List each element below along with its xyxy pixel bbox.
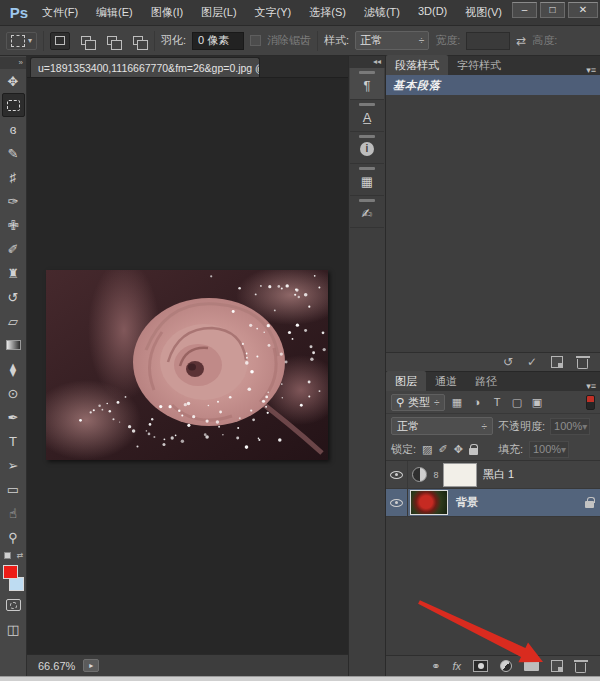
histogram-panel-button[interactable]: ▦ xyxy=(350,164,384,196)
close-button[interactable]: ✕ xyxy=(568,2,598,18)
background-lock-icon[interactable] xyxy=(585,501,594,508)
foreground-color-swatch[interactable] xyxy=(3,565,18,579)
menu-filter[interactable]: 滤镜(T) xyxy=(356,2,408,23)
menu-edit[interactable]: 编辑(E) xyxy=(88,2,141,23)
dodge-tool[interactable]: ⊙ xyxy=(2,381,25,405)
feather-input[interactable] xyxy=(192,32,244,50)
apply-style-icon[interactable]: ✓ xyxy=(527,355,537,369)
menu-file[interactable]: 文件(F) xyxy=(34,2,86,23)
quick-mask-button[interactable] xyxy=(2,593,25,617)
filter-smart-objects-icon[interactable]: ▣ xyxy=(530,396,545,409)
layer-thumbnail[interactable] xyxy=(410,490,448,515)
tab-paths[interactable]: 路径 xyxy=(466,371,506,391)
brush-tool[interactable]: ✐ xyxy=(2,237,25,261)
delete-layer-button[interactable] xyxy=(575,663,586,673)
tab-channels[interactable]: 通道 xyxy=(426,371,466,391)
toolbar-collapse-button[interactable]: » xyxy=(0,57,26,69)
filter-type-dropdown[interactable]: ⚲ 类型 ÷ xyxy=(391,394,445,411)
layer-row-background[interactable]: 背景 xyxy=(386,489,600,517)
new-layer-button[interactable] xyxy=(551,660,563,672)
tab-paragraph-styles[interactable]: 段落样式 xyxy=(386,55,448,75)
fill-value[interactable]: 100% ▾ xyxy=(529,441,569,458)
eraser-tool[interactable]: ▱ xyxy=(2,309,25,333)
selection-mode-subtract-button[interactable] xyxy=(102,32,122,50)
maximize-button[interactable]: □ xyxy=(540,2,565,18)
panel-menu-icon[interactable]: ▾≡ xyxy=(586,65,596,75)
notes-panel-button[interactable]: ✍ xyxy=(350,196,384,228)
lock-paint-icon[interactable]: ✐ xyxy=(438,443,447,456)
layers-list-empty-area[interactable] xyxy=(386,517,600,655)
shape-tool[interactable]: ▭ xyxy=(2,477,25,501)
gradient-tool[interactable] xyxy=(2,333,25,357)
lock-transparency-icon[interactable]: ▨ xyxy=(422,443,432,456)
style-dropdown[interactable]: 正常 ÷ xyxy=(355,31,429,50)
clone-stamp-tool[interactable]: ♜ xyxy=(2,261,25,285)
swap-colors-icon[interactable]: ⇄ xyxy=(17,551,24,560)
hand-tool[interactable]: ☝ xyxy=(2,501,25,525)
antialias-checkbox[interactable] xyxy=(250,35,261,46)
canvas[interactable] xyxy=(27,78,348,654)
default-colors-control[interactable]: ⇄ xyxy=(2,551,25,563)
filter-shape-layers-icon[interactable]: ▢ xyxy=(510,396,525,409)
blur-tool[interactable]: ⧫ xyxy=(2,357,25,381)
lasso-tool[interactable]: ɞ xyxy=(2,117,25,141)
spot-healing-brush-tool[interactable]: ✙ xyxy=(2,213,25,237)
selection-mode-add-button[interactable] xyxy=(76,32,96,50)
selection-mode-new-button[interactable] xyxy=(50,32,70,50)
menu-type[interactable]: 文字(Y) xyxy=(247,2,300,23)
filter-type-layers-icon[interactable]: T xyxy=(490,396,505,408)
swap-width-height-icon[interactable]: ⇄ xyxy=(516,34,526,48)
layer-name[interactable]: 黑白 1 xyxy=(483,467,514,482)
type-tool[interactable]: T xyxy=(2,429,25,453)
opacity-value[interactable]: 100% ▾ xyxy=(550,418,590,435)
lock-move-icon[interactable]: ✥ xyxy=(454,443,463,456)
zoom-tool[interactable]: ⚲ xyxy=(2,525,25,549)
document-tab[interactable]: u=1891353400,1116667770&fm=26&gp=0.jpg @… xyxy=(30,57,260,77)
basic-paragraph-item[interactable]: 基本段落 xyxy=(386,75,600,95)
filter-pixel-layers-icon[interactable]: ▦ xyxy=(450,396,465,409)
visibility-cell[interactable] xyxy=(386,489,408,516)
menu-select[interactable]: 选择(S) xyxy=(301,2,354,23)
tool-preset-picker[interactable]: ▾ xyxy=(6,32,37,50)
paragraph-styles-list[interactable] xyxy=(386,95,600,352)
menu-view[interactable]: 视图(V) xyxy=(457,2,510,23)
paragraph-styles-panel-button[interactable]: ¶ xyxy=(350,68,384,100)
blend-mode-dropdown[interactable]: 正常 ÷ xyxy=(391,417,493,435)
layer-style-button[interactable]: fx xyxy=(452,660,461,672)
layer-mask-thumbnail[interactable] xyxy=(443,463,477,487)
eyedropper-tool[interactable]: ✑ xyxy=(2,189,25,213)
move-tool[interactable]: ✥ xyxy=(2,69,25,93)
add-layer-mask-button[interactable] xyxy=(473,660,488,672)
menu-layer[interactable]: 图层(L) xyxy=(193,2,244,23)
character-panel-button[interactable]: A̲ xyxy=(350,100,384,132)
new-style-button[interactable] xyxy=(551,356,563,368)
crop-tool[interactable]: ♯ xyxy=(2,165,25,189)
zoom-level[interactable]: 66.67% xyxy=(38,660,75,672)
mask-link-icon[interactable]: 8 xyxy=(431,470,441,480)
path-selection-tool[interactable]: ➢ xyxy=(2,453,25,477)
layer-name[interactable]: 背景 xyxy=(456,495,478,510)
filter-adjustment-layers-icon[interactable]: ◑ xyxy=(470,396,485,408)
minimize-button[interactable]: – xyxy=(512,2,537,18)
status-info-icon[interactable]: ▸ xyxy=(83,659,99,672)
redefine-style-icon[interactable]: ↺ xyxy=(503,355,513,369)
new-group-button[interactable] xyxy=(524,661,539,671)
visibility-cell[interactable] xyxy=(386,461,408,488)
tab-layers[interactable]: 图层 xyxy=(386,371,426,391)
layer-row-black-white[interactable]: 8 黑白 1 xyxy=(386,461,600,489)
background-color-swatch[interactable] xyxy=(9,577,24,591)
rectangular-marquee-tool[interactable] xyxy=(2,93,25,117)
selection-mode-intersect-button[interactable] xyxy=(128,32,148,50)
new-adjustment-layer-button[interactable] xyxy=(500,660,512,672)
tab-character-styles[interactable]: 字符样式 xyxy=(448,55,510,75)
menu-3d[interactable]: 3D(D) xyxy=(410,2,455,23)
quick-selection-tool[interactable]: ✎ xyxy=(2,141,25,165)
menu-image[interactable]: 图像(I) xyxy=(143,2,191,23)
filter-toggle-switch[interactable] xyxy=(586,395,595,410)
width-input[interactable] xyxy=(466,32,510,50)
delete-style-button[interactable] xyxy=(577,359,588,369)
link-layers-button[interactable]: ⚭ xyxy=(431,660,440,673)
lock-all-icon[interactable] xyxy=(469,448,478,455)
history-brush-tool[interactable]: ↺ xyxy=(2,285,25,309)
screen-mode-button[interactable]: ◫ xyxy=(2,617,25,641)
